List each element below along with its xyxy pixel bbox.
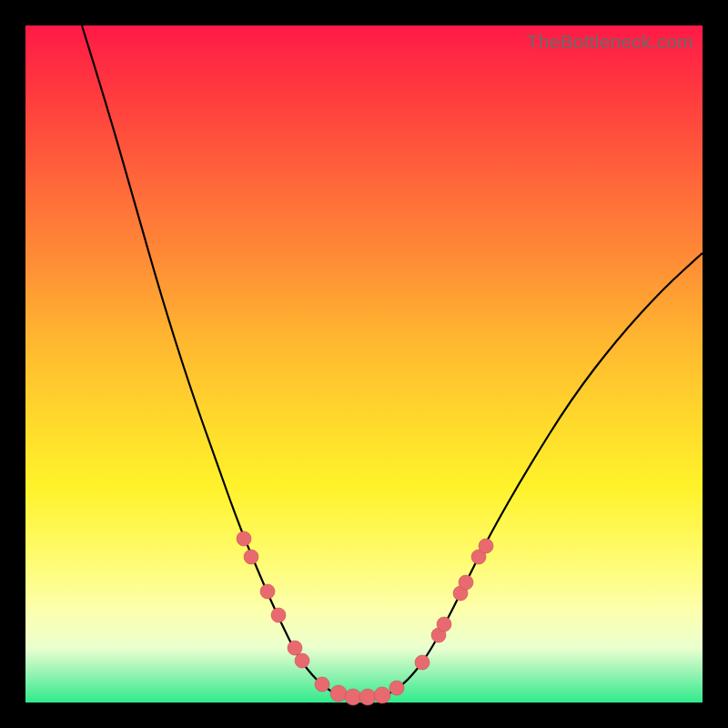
data-marker xyxy=(415,655,430,670)
data-marker xyxy=(437,617,451,632)
data-marker xyxy=(359,689,376,705)
bottleneck-curve xyxy=(82,25,703,699)
plot-area: TheBottleneck.com xyxy=(25,25,703,703)
data-marker xyxy=(295,653,309,668)
data-marker xyxy=(374,687,390,703)
data-marker xyxy=(244,550,258,564)
data-marker xyxy=(271,608,286,622)
data-marker xyxy=(237,531,251,546)
data-marker xyxy=(389,681,404,695)
data-marker xyxy=(315,677,329,692)
data-marker xyxy=(345,689,361,705)
data-marker xyxy=(288,641,302,655)
data-marker xyxy=(330,685,347,702)
chart-frame: TheBottleneck.com xyxy=(0,0,728,728)
marker-group xyxy=(237,531,493,705)
data-marker xyxy=(479,539,493,553)
data-marker xyxy=(459,575,473,590)
curve-layer xyxy=(25,25,703,703)
data-marker xyxy=(260,584,275,599)
